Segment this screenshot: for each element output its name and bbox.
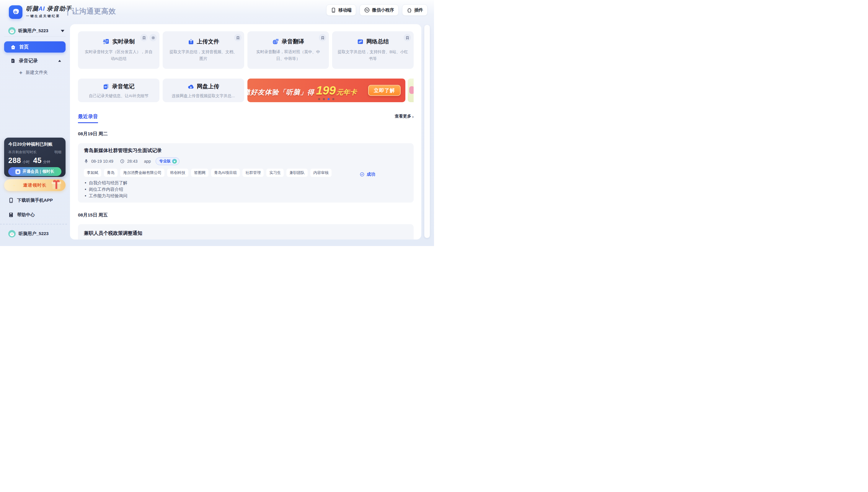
promo-banner[interactable]: 邀好友体验「听脑」得 199 元年卡 立即了解 [248,78,406,102]
recording-card[interactable]: 青岛新媒体社群管理实习生面试记录 08-19 10:49 28:43 app 专… [78,143,414,203]
tag: 社群管理 [242,169,264,177]
mic-icon [84,159,88,164]
sidebar-item-records-label: 录音记录 [19,58,38,64]
sidebar-item-home-label: 首页 [19,44,29,50]
sidebar-footer-user-name: 听脑用户_5223 [19,231,49,237]
feature-card-upload-file[interactable]: 上传文件 提取文字并总结，支持音视频、文档、图片 [163,31,244,69]
feature-row-1: 实时录制 实时录音转文字（区分发言人），并自动AI总结 [78,31,414,69]
tag: 兼职团队 [286,169,308,177]
feature-card-web-summary[interactable]: 网络总结 提取文字并总结，支持抖音、B站、小红书等 [332,31,414,69]
promo-cta-button[interactable]: 立即了解 [368,85,401,96]
new-folder-button[interactable]: ＋ 新建文件夹 [18,69,48,76]
gift-icon [50,177,63,192]
upload-icon [188,39,194,45]
scrollbar[interactable] [424,25,430,238]
help-center-label: 帮助中心 [17,212,35,218]
tag: 青岛AI项目组 [211,169,240,177]
voice-note-icon [103,83,109,90]
bookmark-icon[interactable] [404,34,411,41]
recent-header: 最近录音 查看更多 › [78,113,414,123]
carousel-dot-active[interactable] [328,98,330,100]
plugin-label: 插件 [414,7,423,13]
web-link-icon [357,39,364,45]
app-root: 听脑AI 录音助手 一键生成关键纪要 让沟通更高效 移动端 [0,0,434,246]
quota-hours: 288 [8,156,21,165]
top-header: 听脑AI 录音助手 一键生成关键纪要 让沟通更高效 移动端 [0,0,434,24]
recording-time: 08-19 10:49 [91,159,113,164]
invite-banner[interactable]: ✦ ✦ 邀请领时长 [4,179,66,191]
summary-bullet: 岗位工作内容介绍 [84,186,408,193]
tag: 李如斌 [84,169,101,177]
sidebar-user-menu[interactable]: 听脑用户_5223 [8,27,65,34]
sidebar-footer-user[interactable]: 听脑用户_5223 [8,230,49,238]
pro-version-badge: 专业版 ◆ [156,157,179,165]
plugin-button[interactable]: 插件 [402,4,428,16]
mobile-app-button[interactable]: 移动端 [326,4,356,16]
feature-row-2: 录音笔记 自己记录关键信息、让AI补充细节 网盘上传 连接网盘上传音视频提取文字… [78,78,414,102]
plus-icon: ＋ [18,69,23,76]
status-badge: 成功 [360,172,375,177]
feature-desc: 自己记录关键信息、让AI补充细节 [86,93,151,100]
promo-text: 邀好友体验「听脑」得 199 元年卡 [248,84,357,97]
next-carousel-slide-peek[interactable] [408,78,414,102]
feature-desc: 实时录音翻译，双语对照（英中、中日、中韩等） [248,49,329,62]
recording-summary-bullets: 自我介绍与经历了解 岗位工作内容介绍 工作能力与经验询问 [84,179,408,199]
logo-subtitle: 一键生成关键纪要 [26,14,72,18]
bookmark-icon[interactable] [319,34,326,41]
feature-card-record-translate[interactable]: 文/A 录音翻译 实时录音翻译，双语对照（英中、中日、中韩等） [248,31,329,69]
tag: 海尔消费金融有限公司 [120,169,164,177]
gear-icon[interactable] [149,34,157,41]
invite-banner-label: 邀请领时长 [23,182,47,188]
sidebar-item-home[interactable]: 首页 [4,41,66,53]
feature-title: 实时录制 [112,38,135,46]
recording-title: 兼职人员个税政策调整通知 [84,230,408,237]
app-logo [9,5,22,19]
sidebar-item-records[interactable]: 录音记录 [4,57,66,65]
document-icon [10,58,16,64]
quota-mins-unit: 分钟 [43,159,50,165]
promo-cta-label: 立即了解 [374,87,395,94]
bookmark-icon[interactable] [234,34,241,41]
brain-logo-icon [11,8,20,17]
carousel-dot[interactable] [332,98,334,100]
feature-card-realtime-record[interactable]: 实时录制 实时录音转文字（区分发言人），并自动AI总结 [78,31,159,69]
summary-bullet: 自我介绍与经历了解 [84,179,408,186]
help-center-link[interactable]: 帮助中心 [8,212,35,218]
bookmark-icon[interactable] [140,34,148,41]
star-icon: ✦ [8,180,11,186]
user-avatar [8,230,16,238]
tab-recent-recordings[interactable]: 最近录音 [78,113,98,123]
quota-values: 288 小时 45 分钟 [8,156,61,165]
promo-suffix: 元年卡 [336,88,357,97]
quota-card: 今日20分钟福利已到账 本月剩余转写时长 明细 288 小时 45 分钟 ◆ 开… [4,138,66,177]
phone-icon [8,198,14,203]
diamond-icon: ◆ [15,169,20,174]
mobile-app-label: 移动端 [338,7,352,13]
pro-badge-label: 专业版 [159,158,171,164]
view-more-link[interactable]: 查看更多 › [395,114,414,119]
wechat-miniprogram-label: 微信小程序 [372,7,394,13]
recording-tags: 李如斌 青岛 海尔消费金融有限公司 韩创科技 签图网 青岛AI项目组 社群管理 … [84,169,408,177]
feature-title: 网络总结 [366,38,389,46]
sidebar: 听脑用户_5223 首页 录音记录 ＋ 新建文件夹 今日20分钟福利已到账 本 [0,24,70,246]
carousel-dot[interactable] [323,98,325,100]
feature-card-cloud-upload[interactable]: 网盘上传 连接网盘上传音视频提取文字并总... [163,78,244,102]
vip-cta-button[interactable]: ◆ 开通会员｜领时长 [8,167,61,176]
recording-card[interactable]: 兼职人员个税政策调整通知 08-15 16:00 01:23:40 app 专业… [78,224,414,240]
download-app-link[interactable]: 下载听脑手机APP [8,198,53,203]
feature-card-voice-note[interactable]: 录音笔记 自己记录关键信息、让AI补充细节 [78,78,159,102]
diamond-icon: ◆ [172,159,177,164]
tag: 青岛 [104,169,118,177]
recording-duration: 28:43 [127,159,137,164]
mic-doc-icon [103,39,110,45]
logo-title-1: 听脑 [26,5,39,12]
carousel-dots [318,98,334,100]
chevron-up-icon[interactable] [58,60,61,62]
svg-text:文/A: 文/A [276,39,279,41]
quota-detail-link[interactable]: 明细 [54,150,61,155]
download-app-label: 下载听脑手机APP [17,198,53,203]
carousel-dot[interactable] [318,98,320,100]
quota-mins: 45 [33,156,42,165]
wechat-miniprogram-button[interactable]: 微信小程序 [360,4,399,16]
date-group-header: 08月19日 周二 [78,131,414,137]
